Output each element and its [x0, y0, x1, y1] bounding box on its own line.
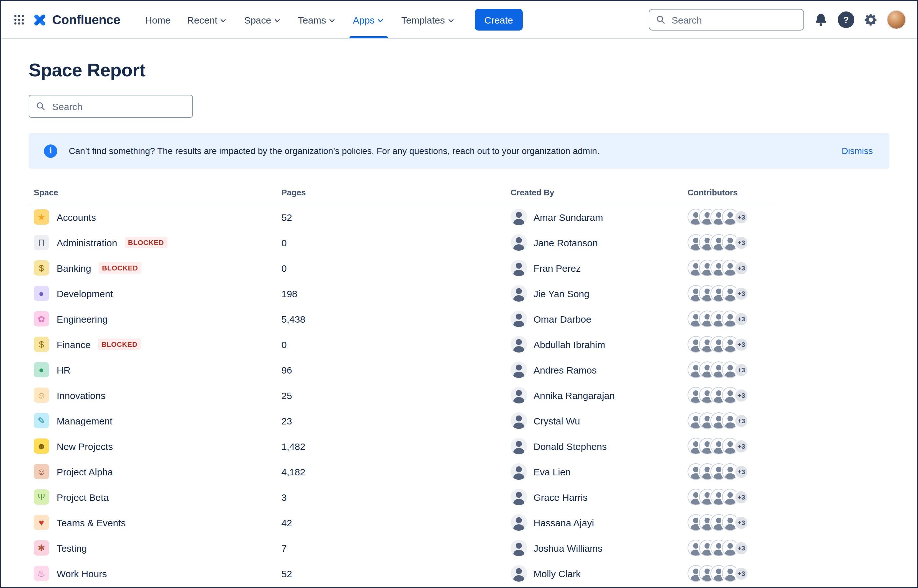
- contributors: +3: [687, 463, 777, 480]
- extra-contributors-badge[interactable]: +3: [735, 287, 747, 299]
- top-navigation: Confluence HomeRecentSpaceTeamsAppsTempl…: [1, 1, 917, 39]
- table-header: Space Pages Created By Contributors: [29, 169, 777, 204]
- extra-contributors-badge[interactable]: +3: [735, 516, 747, 528]
- nav-item-apps[interactable]: Apps: [344, 1, 393, 38]
- extra-contributors-badge[interactable]: +3: [735, 338, 747, 351]
- space-link[interactable]: Administration: [57, 237, 117, 248]
- contributors: +3: [687, 285, 777, 302]
- extra-contributors-badge[interactable]: +3: [735, 415, 747, 427]
- column-header-pages: Pages: [281, 188, 511, 197]
- space-link[interactable]: Testing: [57, 543, 87, 553]
- person-icon: [511, 310, 527, 327]
- creator-name: Joshua Williams: [533, 543, 603, 553]
- table-row: ☺ Innovations 25 Annika Rangarajan +3: [29, 383, 777, 408]
- person-icon: [511, 285, 527, 302]
- creator-name: Annika Rangarajan: [533, 390, 615, 401]
- contributor-avatar-stack: [687, 565, 739, 582]
- space-link[interactable]: Project Beta: [57, 492, 108, 502]
- notifications-bell-icon[interactable]: [814, 12, 828, 27]
- contributors: +3: [687, 565, 777, 582]
- creator-name: Abdullah Ibrahim: [533, 339, 605, 350]
- table-row: ● Development 198 Jie Yan Song +3: [29, 281, 777, 306]
- report-search[interactable]: [29, 95, 193, 118]
- crystal-ball-icon: ●: [34, 286, 49, 301]
- paintbrush-icon: ✎: [34, 413, 49, 428]
- cowboy-hat-face-icon: ☺: [34, 388, 49, 403]
- space-link[interactable]: Development: [57, 288, 113, 299]
- person-icon: [511, 209, 527, 225]
- nav-item-label: Templates: [401, 15, 445, 25]
- creator-avatar: [511, 209, 527, 225]
- nav-item-teams[interactable]: Teams: [290, 1, 344, 38]
- global-search-input[interactable]: [670, 14, 797, 26]
- user-avatar[interactable]: [887, 11, 905, 29]
- creator-avatar: [511, 387, 527, 404]
- sunglasses-face-icon: ☻: [34, 438, 49, 454]
- extra-contributors-badge[interactable]: +3: [735, 262, 747, 274]
- contributors: +3: [687, 260, 777, 276]
- report-search-input[interactable]: [51, 100, 186, 112]
- nav-item-home[interactable]: Home: [137, 1, 179, 38]
- contributor-avatar-stack: [687, 260, 739, 276]
- pages-count: 96: [281, 364, 511, 375]
- app-switcher-button[interactable]: [10, 11, 28, 29]
- space-link[interactable]: Project Alpha: [57, 466, 113, 477]
- person-icon: [511, 234, 527, 251]
- person-icon: [511, 489, 527, 505]
- extra-contributors-badge[interactable]: +3: [735, 440, 747, 452]
- extra-contributors-badge[interactable]: +3: [735, 542, 747, 554]
- table-row: ♥ Teams & Events 42 Hassana Ajayi +3: [29, 510, 777, 535]
- pages-count: 52: [281, 568, 511, 579]
- space-link[interactable]: Innovations: [57, 390, 105, 401]
- global-search[interactable]: [649, 9, 804, 31]
- contributors: +3: [687, 336, 777, 352]
- person-icon: [511, 463, 527, 480]
- table-row: ☺ Project Alpha 4,182 Eva Lien +3: [29, 459, 777, 484]
- space-link[interactable]: Finance: [57, 339, 91, 350]
- nav-item-space[interactable]: Space: [236, 1, 290, 38]
- contributor-avatar-stack: [687, 234, 739, 251]
- creator-name: Fran Perez: [533, 263, 580, 273]
- pages-count: 0: [281, 263, 511, 273]
- space-link[interactable]: New Projects: [57, 441, 113, 451]
- contributors: +3: [687, 412, 777, 429]
- extra-contributors-badge[interactable]: +3: [735, 465, 747, 478]
- extra-contributors-badge[interactable]: +3: [735, 567, 747, 580]
- nav-item-templates[interactable]: Templates: [393, 1, 464, 38]
- info-icon: [44, 144, 57, 157]
- space-link[interactable]: Management: [57, 415, 112, 426]
- creator-avatar: [511, 362, 527, 378]
- space-link[interactable]: HR: [57, 364, 70, 375]
- blocked-badge: BLOCKED: [125, 237, 167, 248]
- person-icon: [511, 514, 527, 531]
- pages-count: 25: [281, 390, 511, 401]
- space-link[interactable]: Accounts: [57, 212, 96, 222]
- extra-contributors-badge[interactable]: +3: [735, 491, 747, 503]
- creator-avatar: [511, 260, 527, 276]
- contributors: +3: [687, 489, 777, 505]
- birthday-cake-icon: ♨: [34, 566, 49, 581]
- extra-contributors-badge[interactable]: +3: [735, 236, 747, 249]
- contributors: +3: [687, 438, 777, 454]
- dismiss-button[interactable]: Dismiss: [842, 146, 873, 156]
- space-link[interactable]: Banking: [57, 263, 91, 273]
- create-button[interactable]: Create: [475, 9, 523, 31]
- space-link[interactable]: Engineering: [57, 313, 108, 324]
- space-link[interactable]: Work Hours: [57, 568, 107, 579]
- banner-text: Can’t find something? The results are im…: [69, 146, 830, 156]
- extra-contributors-badge[interactable]: +3: [735, 313, 747, 325]
- help-icon[interactable]: [838, 11, 854, 28]
- person-icon: [511, 412, 527, 429]
- extra-contributors-badge[interactable]: +3: [735, 389, 747, 401]
- extra-contributors-badge[interactable]: +3: [735, 363, 747, 376]
- person-icon: [511, 260, 527, 276]
- settings-gear-icon[interactable]: [864, 13, 878, 27]
- table-row: Π Administration BLOCKED 0 Jane Rotanson…: [29, 230, 777, 255]
- creator-name: Jane Rotanson: [533, 237, 598, 248]
- confluence-logo[interactable]: Confluence: [32, 12, 120, 27]
- space-link[interactable]: Teams & Events: [57, 517, 126, 528]
- pages-count: 7: [281, 543, 511, 553]
- nav-item-recent[interactable]: Recent: [179, 1, 236, 38]
- extra-contributors-badge[interactable]: +3: [735, 211, 747, 223]
- confluence-app: Confluence HomeRecentSpaceTeamsAppsTempl…: [0, 0, 918, 588]
